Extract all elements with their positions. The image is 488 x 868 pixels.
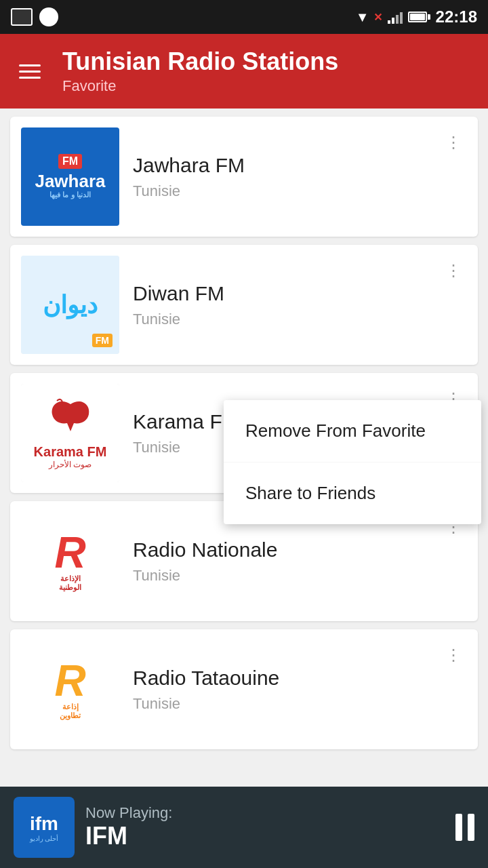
status-bar-right: ▼ ✕ 22:18 <box>356 7 477 26</box>
more-options-button[interactable]: ⋮ <box>440 256 467 285</box>
ifm-logo-text: ifm <box>30 813 58 835</box>
karama-bird-icon <box>47 397 94 444</box>
now-playing-station: IFM <box>85 822 445 850</box>
now-playing-logo: ifm أحلى راديو <box>14 797 75 858</box>
station-info-diwan-fm: Diwan FM Tunisie <box>133 282 467 328</box>
app-title: Tunisian Radio Stations <box>62 47 338 76</box>
app-bar-titles: Tunisian Radio Stations Favorite <box>62 47 338 95</box>
station-card-jawhara-fm[interactable]: FM Jawhara الدنيا و ما فيها Jawhara FM T… <box>10 117 478 237</box>
station-logo-karama-fm: Karama FM صوت الأحرار <box>21 384 119 482</box>
wifi-icon: ▼ <box>356 9 369 25</box>
menu-button[interactable] <box>14 59 46 84</box>
pause-icon <box>455 814 474 841</box>
jawhara-name: Jawhara <box>35 172 105 191</box>
pause-button[interactable] <box>455 814 474 841</box>
ifm-logo-sub: أحلى راديو <box>30 835 59 842</box>
station-info-radio-tataouine: Radio Tataouine Tunisie <box>133 667 467 713</box>
station-name: Radio Nationale <box>133 538 467 561</box>
station-info-radio-nationale: Radio Nationale Tunisie <box>133 538 467 585</box>
svg-point-0 <box>62 408 66 412</box>
station-logo-jawhara-fm: FM Jawhara الدنيا و ما فيها <box>21 127 119 226</box>
station-name: Jawhara FM <box>133 154 467 177</box>
now-playing-info: Now Playing: IFM <box>85 804 445 850</box>
station-country: Tunisie <box>133 311 467 328</box>
app-bar: Tunisian Radio Stations Favorite <box>0 34 488 108</box>
more-options-button[interactable]: ⋮ <box>440 640 467 670</box>
circle-icon <box>39 7 58 26</box>
station-card-diwan-fm[interactable]: ديوان FM Diwan FM Tunisie ⋮ <box>10 245 478 365</box>
remove-from-favorite-item[interactable]: Remove From Favorite <box>224 400 481 462</box>
tataouine-text: إذاعةتطاوين <box>60 703 81 720</box>
jawhara-fm-badge: FM <box>58 154 82 169</box>
station-country: Tunisie <box>133 182 467 200</box>
station-name: Radio Tataouine <box>133 667 467 690</box>
diwan-text: ديوان <box>43 291 98 319</box>
station-logo-diwan-fm: ديوان FM <box>21 256 119 354</box>
battery-icon <box>408 12 430 22</box>
station-info-jawhara-fm: Jawhara FM Tunisie <box>133 154 467 200</box>
tataouine-r-icon: R <box>54 659 85 703</box>
karama-text: Karama FM <box>34 444 107 460</box>
status-bar: ▼ ✕ 22:18 <box>0 0 488 34</box>
station-card-radio-tataouine[interactable]: R إذاعةتطاوين Radio Tataouine Tunisie ⋮ <box>10 629 478 749</box>
pause-bar-left <box>455 814 462 841</box>
no-signal-icon: ✕ <box>373 11 382 24</box>
now-playing-bar: ifm أحلى راديو Now Playing: IFM <box>0 787 488 868</box>
share-to-friends-item[interactable]: Share to Friends <box>224 462 481 524</box>
nationale-r-icon: R <box>54 531 85 574</box>
station-name: Diwan FM <box>133 282 467 305</box>
station-logo-radio-tataouine: R إذاعةتطاوين <box>21 640 119 738</box>
jawhara-tagline: الدنيا و ما فيها <box>49 191 90 199</box>
pause-bar-right <box>468 814 474 841</box>
station-country: Tunisie <box>133 567 467 585</box>
station-list: FM Jawhara الدنيا و ما فيها Jawhara FM T… <box>0 108 488 834</box>
karama-sub: صوت الأحرار <box>49 460 92 469</box>
signal-icon <box>388 10 403 24</box>
station-logo-radio-nationale: R الإذاعةالوطنية <box>21 512 119 610</box>
station-country: Tunisie <box>133 695 467 713</box>
status-bar-left <box>11 7 58 26</box>
diwan-fm-badge: FM <box>92 334 113 347</box>
context-menu: Remove From Favorite Share to Friends <box>224 400 481 524</box>
screen-icon <box>11 8 33 26</box>
more-options-button[interactable]: ⋮ <box>440 127 467 157</box>
app-subtitle: Favorite <box>62 77 338 95</box>
now-playing-label: Now Playing: <box>85 804 445 822</box>
nationale-text: الإذاعةالوطنية <box>59 574 81 592</box>
time-display: 22:18 <box>436 7 477 26</box>
